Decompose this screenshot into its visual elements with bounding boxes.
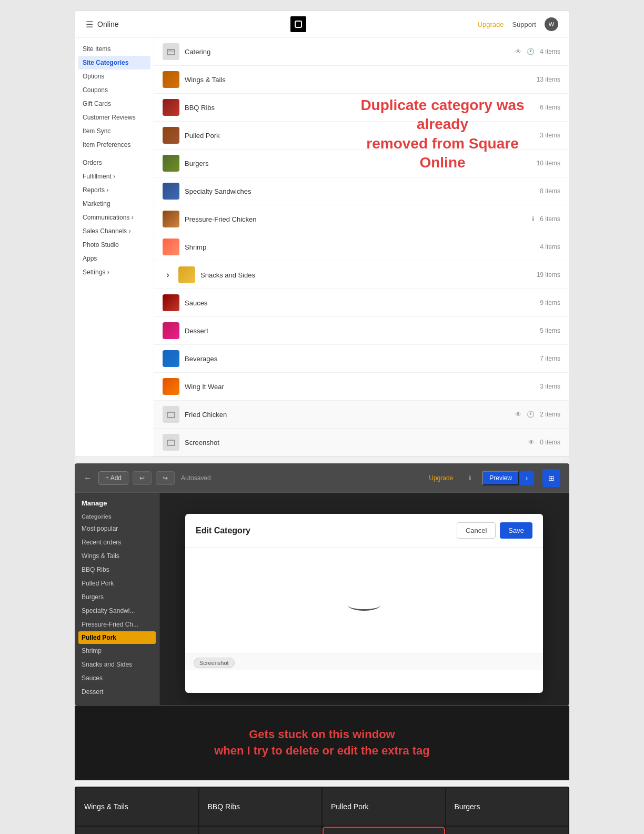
s2-actions: + Add ↩ ↪ bbox=[98, 471, 175, 485]
cat-count-wing-it: 3 items bbox=[540, 383, 560, 390]
clock-icon: 🕐 bbox=[527, 48, 535, 55]
category-row-pressure[interactable]: Pressure-Fried Chicken ℹ Duplicate categ… bbox=[154, 205, 569, 233]
sidebar-item-reports[interactable]: Reports › bbox=[75, 183, 154, 197]
s2-cat-shrimp[interactable]: Shrimp bbox=[75, 644, 159, 658]
cat-name-specialty: Specialty Sandwiches bbox=[185, 187, 535, 195]
cat-tile-bbq[interactable]: BBQ Ribs bbox=[199, 788, 322, 826]
modal-loading-area bbox=[196, 579, 532, 632]
s2-cat-specialty[interactable]: Specialty Sandwi... bbox=[75, 604, 159, 618]
edit-category-modal: Edit Category Cancel Save bbox=[185, 514, 543, 693]
s2-action-button[interactable]: ⊞ bbox=[542, 469, 560, 487]
cat-count-screenshot: 0 items bbox=[540, 439, 560, 446]
sidebar-item-photo-studio[interactable]: Photo Studio bbox=[75, 238, 154, 252]
sidebar-item-item-preferences[interactable]: Item Preferences bbox=[75, 138, 154, 152]
hamburger-icon[interactable]: ☰ bbox=[86, 19, 93, 29]
modal-title: Edit Category bbox=[196, 526, 250, 535]
visibility-off-icon3: 👁 bbox=[528, 439, 535, 446]
cat-tile-specialty[interactable]: Specialty Sandwiches bbox=[76, 827, 198, 834]
manage-title: Manage bbox=[75, 499, 159, 511]
visibility-off-icon: 👁 bbox=[515, 48, 521, 55]
autosaved-status: Autosaved bbox=[181, 474, 211, 482]
cat-name-sauces: Sauces bbox=[185, 299, 535, 307]
s2-cat-most-popular[interactable]: Most popular bbox=[75, 522, 159, 535]
cat-name-catering: Catering bbox=[185, 48, 510, 56]
s2-cat-dessert[interactable]: Dessert bbox=[75, 685, 159, 699]
cat-name-fried-chicken: Fried Chicken bbox=[185, 411, 510, 419]
dashboard-section: ☰ Online Upgrade Support W Site Items Si… bbox=[75, 11, 569, 457]
cancel-button[interactable]: Cancel bbox=[457, 522, 496, 539]
sidebar-item-options[interactable]: Options bbox=[75, 70, 154, 83]
cat-thumb-pressure bbox=[163, 211, 179, 227]
s2-cat-bbq[interactable]: BBQ Ribs bbox=[75, 563, 159, 577]
category-row-dessert[interactable]: Dessert 5 items bbox=[154, 317, 569, 345]
back-button[interactable]: ← bbox=[84, 473, 92, 483]
sidebar-item-settings[interactable]: Settings › bbox=[75, 265, 154, 279]
cat-tile-pressure[interactable]: Pressure-Fried Chicken Available 2:30 pm… bbox=[199, 827, 322, 834]
cat-tile-wings[interactable]: Wings & Tails bbox=[76, 788, 198, 826]
cat-grid: Wings & Tails BBQ Ribs Pulled Pork Burge… bbox=[75, 787, 569, 834]
redo-button[interactable]: ↪ bbox=[156, 471, 175, 485]
s2-cat-pulled-pork-1[interactable]: Pulled Pork bbox=[75, 577, 159, 590]
s2-cat-burgers[interactable]: Burgers bbox=[75, 590, 159, 604]
cat-count-shrimp: 4 items bbox=[540, 243, 560, 251]
s2-cat-pressure[interactable]: Pressure-Fried Ch... bbox=[75, 618, 159, 631]
page-wrapper: ☰ Online Upgrade Support W Site Items Si… bbox=[0, 0, 644, 834]
category-row-sauces[interactable]: Sauces 9 items bbox=[154, 289, 569, 317]
category-row-wing-it[interactable]: Wing It Wear 3 items bbox=[154, 373, 569, 401]
s2-cat-wings[interactable]: Wings & Tails bbox=[75, 549, 159, 563]
sidebar-item-sales-channels[interactable]: Sales Channels › bbox=[75, 224, 154, 238]
s2-topbar: ← + Add ↩ ↪ Autosaved Upgrade ℹ Preview … bbox=[75, 464, 569, 493]
sidebar-item-customer-reviews[interactable]: Customer Reviews bbox=[75, 111, 154, 124]
save-button[interactable]: Save bbox=[500, 522, 532, 539]
sidebar-item-marketing[interactable]: Marketing bbox=[75, 197, 154, 211]
category-row-beverages[interactable]: Beverages 7 items bbox=[154, 345, 569, 373]
s2-cat-recent-orders[interactable]: Recent orders bbox=[75, 535, 159, 549]
clock-icon2: 🕐 bbox=[527, 411, 535, 418]
categories-section-label: Categories bbox=[75, 511, 159, 522]
cat-thumb-snacks bbox=[178, 266, 195, 283]
sidebar-item-gift-cards[interactable]: Gift Cards bbox=[75, 97, 154, 111]
sidebar-item-item-sync[interactable]: Item Sync bbox=[75, 124, 154, 138]
s2-cat-sauces[interactable]: Sauces bbox=[75, 671, 159, 685]
category-row-fried-chicken[interactable]: Fried Chicken 👁 🕐 2 items bbox=[154, 401, 569, 429]
s2-cat-pulled-pork-active[interactable]: Pulled Pork bbox=[78, 631, 156, 644]
top-bar-left: ☰ Online bbox=[86, 19, 118, 29]
cat-tile-shrimp[interactable]: Shrimp bbox=[446, 827, 569, 834]
sidebar-item-site-categories[interactable]: Site Categories bbox=[78, 56, 150, 70]
cat-count-pressure: 6 items bbox=[540, 215, 560, 223]
cat-name-screenshot: Screenshot bbox=[185, 439, 523, 446]
cat-tile-burgers[interactable]: Burgers bbox=[446, 788, 569, 826]
sidebar-item-orders[interactable]: Orders bbox=[75, 156, 154, 170]
category-row-catering[interactable]: Catering 👁 🕐 4 items bbox=[154, 38, 569, 66]
cat-tile-pork1[interactable]: Pulled Pork bbox=[323, 788, 445, 826]
s2-upgrade-link[interactable]: Upgrade bbox=[429, 474, 453, 482]
sidebar-item-apps[interactable]: Apps bbox=[75, 252, 154, 265]
preview-button[interactable]: Preview bbox=[482, 471, 519, 485]
cat-thumb-pork bbox=[163, 127, 179, 144]
sidebar-item-fulfillment[interactable]: Fulfillment › bbox=[75, 170, 154, 183]
cat-thumb-sauces bbox=[163, 294, 179, 311]
screenshot-label-row: Screenshot bbox=[185, 653, 543, 670]
preview-extra-button[interactable]: › bbox=[519, 471, 534, 485]
sidebar-item-coupons[interactable]: Coupons bbox=[75, 83, 154, 97]
screenshot-label: Screenshot bbox=[194, 658, 235, 668]
sidebar-item-communications[interactable]: Communications › bbox=[75, 211, 154, 224]
dashboard-body: Site Items Site Categories Options Coupo… bbox=[75, 38, 569, 456]
cat-count-snacks: 19 items bbox=[537, 271, 560, 279]
cat-tile-pork2-highlighted[interactable]: Pulled Pork bbox=[323, 827, 445, 834]
cat-thumb-bbq bbox=[163, 99, 179, 116]
category-row-snacks[interactable]: › Snacks and Sides 19 items bbox=[154, 261, 569, 289]
sidebar-item-site-items[interactable]: Site Items bbox=[75, 42, 154, 56]
s2-cat-snacks[interactable]: Snacks and Sides bbox=[75, 658, 159, 671]
upgrade-link[interactable]: Upgrade bbox=[478, 21, 504, 28]
category-row-shrimp[interactable]: Shrimp 4 items bbox=[154, 233, 569, 261]
category-row-screenshot[interactable]: Screenshot 👁 0 items bbox=[154, 429, 569, 456]
cat-count-beverages: 7 items bbox=[540, 355, 560, 362]
add-button[interactable]: + Add bbox=[98, 471, 128, 485]
support-link[interactable]: Support bbox=[512, 21, 536, 28]
undo-button[interactable]: ↩ bbox=[133, 471, 152, 485]
cat-count-fried-chicken: 2 items bbox=[540, 411, 560, 418]
cat-thumb-fried-chicken bbox=[163, 406, 179, 423]
nav-arrow-icon: › bbox=[163, 270, 173, 280]
modal-overlay: Edit Category Cancel Save bbox=[159, 493, 569, 705]
